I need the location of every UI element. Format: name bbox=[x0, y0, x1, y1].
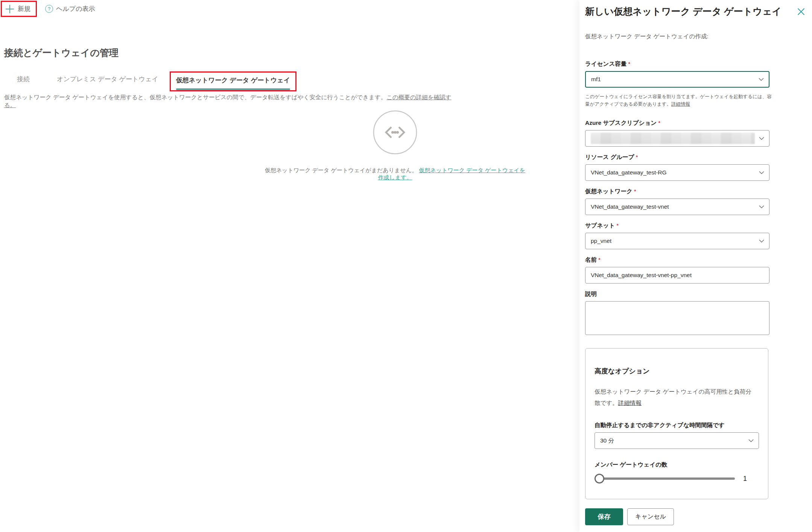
page-title: 接続とゲートウェイの管理 bbox=[4, 47, 119, 59]
tab-description: 仮想ネットワーク データ ゲートウェイを使用すると、仮想ネットワークとサービスの… bbox=[4, 94, 456, 109]
description-textarea[interactable] bbox=[585, 301, 769, 335]
slider-track[interactable] bbox=[599, 477, 735, 480]
vnet-value: VNet_data_gateway_test-vnet bbox=[591, 203, 759, 210]
name-label: 名前* bbox=[585, 256, 812, 264]
tab-bar: 接続 オンプレミス データ ゲートウェイ 仮想ネットワーク データ ゲートウェイ bbox=[17, 71, 297, 91]
member-gateways-value: 1 bbox=[743, 475, 747, 483]
plus-icon bbox=[6, 5, 14, 13]
advanced-options-description: 仮想ネットワーク データ ゲートウェイの高可用性と負荷分散です。詳細情報 bbox=[595, 386, 756, 409]
tab-vnet-data-gateway[interactable]: 仮想ネットワーク データ ゲートウェイ bbox=[176, 75, 290, 85]
subnet-value: pp_vnet bbox=[591, 238, 759, 244]
required-asterisk: * bbox=[658, 120, 660, 126]
subnet-dropdown[interactable]: pp_vnet bbox=[585, 233, 769, 249]
description-label: 説明 bbox=[585, 290, 812, 298]
close-icon[interactable] bbox=[796, 7, 806, 17]
vnet-dropdown[interactable]: VNet_data_gateway_test-vnet bbox=[585, 199, 769, 215]
license-capacity-label: ライセンス容量* bbox=[585, 60, 812, 68]
auto-pause-label: 自動停止するまでの非アクティブな時間間隔です bbox=[595, 421, 759, 429]
license-help-text: このゲートウェイにライセンス容量を割り当てます。ゲートウェイを起動するには、容量… bbox=[585, 93, 773, 108]
tab-description-text: 仮想ネットワーク データ ゲートウェイを使用すると、仮想ネットワークとサービスの… bbox=[4, 94, 386, 100]
subscription-dropdown[interactable] bbox=[585, 130, 769, 147]
panel-footer: 保存 キャンセル bbox=[585, 508, 812, 525]
selected-tab-underline bbox=[176, 88, 290, 90]
slider-thumb[interactable] bbox=[595, 474, 604, 483]
new-gateway-panel: 新しい仮想ネットワーク データ ゲートウェイ 仮想ネットワーク データ ゲートウ… bbox=[579, 0, 812, 532]
annotation-box-new-button: 新規 bbox=[1, 1, 37, 17]
resource-group-value: VNet_data_gateway_test-RG bbox=[591, 169, 759, 176]
member-gateways-slider[interactable] bbox=[595, 473, 735, 484]
annotation-box-selected-tab: 仮想ネットワーク データ ゲートウェイ bbox=[170, 71, 297, 91]
chevron-down-icon bbox=[759, 135, 765, 141]
panel-subtitle: 仮想ネットワーク データ ゲートウェイの作成: bbox=[585, 33, 812, 41]
chevron-down-icon bbox=[759, 238, 765, 244]
advanced-options-title: 高度なオプション bbox=[595, 367, 759, 376]
cancel-button[interactable]: キャンセル bbox=[627, 508, 674, 525]
advanced-options-section: 高度なオプション 仮想ネットワーク データ ゲートウェイの高可用性と負荷分散です… bbox=[585, 348, 768, 499]
required-asterisk: * bbox=[598, 256, 601, 263]
chevron-down-icon bbox=[759, 204, 765, 210]
save-button[interactable]: 保存 bbox=[585, 508, 623, 525]
resource-group-label: リソース グループ* bbox=[585, 153, 812, 161]
empty-state-message: 仮想ネットワーク データ ゲートウェイがまだありません。 仮想ネットワーク デー… bbox=[263, 167, 527, 181]
resource-group-dropdown[interactable]: VNet_data_gateway_test-RG bbox=[585, 164, 769, 181]
redacted-subscription-value bbox=[591, 133, 755, 144]
subscription-label: Azure サブスクリプション* bbox=[585, 119, 812, 127]
empty-state-text: 仮想ネットワーク データ ゲートウェイがまだありません。 bbox=[265, 167, 417, 173]
required-asterisk: * bbox=[628, 61, 630, 67]
required-asterisk: * bbox=[616, 222, 619, 229]
toolbar: 新規 ? ヘルプの表示 bbox=[1, 1, 95, 17]
name-input[interactable] bbox=[585, 267, 769, 283]
show-help-button[interactable]: ? ヘルプの表示 bbox=[45, 5, 95, 13]
member-gateways-label: メンバー ゲートウェイの数 bbox=[595, 461, 759, 469]
subnet-label: サブネット* bbox=[585, 222, 812, 230]
main-content: 新規 ? ヘルプの表示 接続とゲートウェイの管理 接続 オンプレミス データ ゲ… bbox=[0, 0, 584, 532]
license-details-link[interactable]: 詳細情報 bbox=[671, 102, 690, 107]
network-gateway-icon bbox=[373, 110, 418, 155]
new-gateway-button[interactable]: 新規 bbox=[6, 5, 30, 13]
panel-title: 新しい仮想ネットワーク データ ゲートウェイ bbox=[585, 5, 788, 18]
license-capacity-dropdown[interactable]: mf1 bbox=[585, 71, 769, 88]
tab-onpremises-data-gateway[interactable]: オンプレミス データ ゲートウェイ bbox=[57, 71, 158, 83]
chevron-down-icon bbox=[759, 170, 765, 176]
required-asterisk: * bbox=[634, 188, 636, 194]
vnet-label: 仮想ネットワーク* bbox=[585, 188, 812, 196]
advanced-details-link[interactable]: 詳細情報 bbox=[618, 400, 642, 406]
tab-connections[interactable]: 接続 bbox=[17, 71, 30, 83]
member-gateways-slider-row: 1 bbox=[595, 473, 759, 484]
help-circle-icon: ? bbox=[45, 5, 53, 13]
license-capacity-value: mf1 bbox=[591, 76, 758, 83]
chevron-down-icon bbox=[748, 438, 754, 444]
required-asterisk: * bbox=[636, 154, 638, 160]
chevron-down-icon bbox=[758, 76, 764, 82]
auto-pause-value: 30 分 bbox=[600, 437, 748, 445]
auto-pause-dropdown[interactable]: 30 分 bbox=[595, 432, 759, 449]
new-button-label: 新規 bbox=[18, 5, 30, 13]
help-button-label: ヘルプの表示 bbox=[56, 5, 95, 13]
